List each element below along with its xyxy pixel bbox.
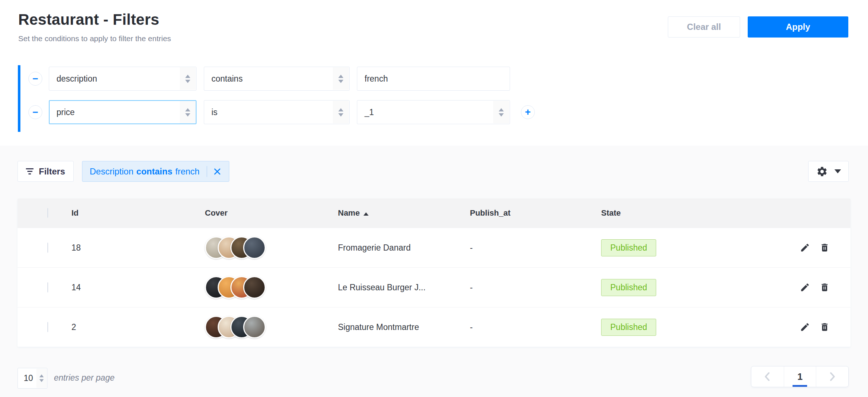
cell-id: 2 <box>71 322 205 332</box>
filter-value-text: _1 <box>365 107 374 117</box>
row-checkbox[interactable] <box>47 282 48 292</box>
filter-row: − description contains <box>28 67 510 91</box>
cell-name: Signature Montmartre <box>338 322 470 332</box>
list-toolbar: Filters Description contains french <box>17 161 849 182</box>
chevron-down-icon <box>834 169 841 173</box>
current-page: 1 <box>797 371 802 382</box>
pencil-icon <box>800 322 810 332</box>
filter-field-select[interactable]: description <box>49 67 196 91</box>
table-row[interactable]: 14 Le Ruisseau Burger J... - Published <box>17 267 851 307</box>
tag-divider <box>207 166 207 177</box>
filter-group-bar <box>18 65 20 132</box>
table-settings-button[interactable] <box>808 161 849 182</box>
table-header-row: Id Cover Name Publish_at State <box>17 198 851 228</box>
remove-filter-button[interactable]: − <box>28 72 42 86</box>
delete-button[interactable] <box>819 242 830 253</box>
filter-field-select[interactable]: price <box>49 100 196 124</box>
entries-table: Id Cover Name Publish_at State 18 Fromag… <box>17 198 851 347</box>
chevron-right-icon <box>828 371 836 382</box>
previous-page-button[interactable] <box>751 366 784 387</box>
pagination: 1 <box>751 366 849 387</box>
filters-button-label: Filters <box>39 166 65 177</box>
chevron-left-icon <box>763 371 771 382</box>
column-header-name[interactable]: Name <box>338 208 470 218</box>
cell-id: 14 <box>71 283 205 292</box>
cell-cover <box>205 316 338 338</box>
filters-panel: Restaurant - Filters Set the conditions … <box>0 0 868 146</box>
select-stepper-icon <box>180 67 196 90</box>
cell-name: Le Ruisseau Burger J... <box>338 283 470 292</box>
select-stepper-icon <box>333 67 349 90</box>
cover-image <box>243 316 266 338</box>
cell-cover <box>205 236 338 259</box>
filter-value-select[interactable]: _1 <box>357 100 510 124</box>
page-size-value: 10 <box>24 373 33 383</box>
tag-field: Description <box>90 166 133 177</box>
select-stepper-icon <box>180 101 196 123</box>
column-header-cover[interactable]: Cover <box>205 208 338 218</box>
row-checkbox[interactable] <box>47 322 48 332</box>
entries-per-page-label: entries per page <box>54 373 114 383</box>
cell-name: Fromagerie Danard <box>338 243 470 253</box>
page-subtitle: Set the conditions to apply to filter th… <box>18 34 171 43</box>
trash-icon <box>820 282 830 292</box>
next-page-button[interactable] <box>816 366 848 387</box>
filters-button[interactable]: Filters <box>17 161 74 182</box>
row-checkbox[interactable] <box>47 243 48 253</box>
active-page-indicator <box>793 385 807 387</box>
trash-icon <box>820 322 830 332</box>
sort-asc-icon <box>363 212 369 216</box>
select-stepper-icon <box>36 369 47 388</box>
cover-image <box>243 276 266 299</box>
active-filter-tag: Description contains french <box>82 161 229 182</box>
status-badge: Published <box>601 319 656 336</box>
cell-publish-at: - <box>470 283 601 292</box>
table-row[interactable]: 18 Fromagerie Danard - Published <box>17 228 851 267</box>
column-header-publish-at[interactable]: Publish_at <box>470 208 601 218</box>
filter-field-value: description <box>57 74 97 84</box>
page-title: Restaurant - Filters <box>18 11 159 28</box>
clear-all-button[interactable]: Clear all <box>668 16 740 38</box>
edit-button[interactable] <box>799 322 810 333</box>
tag-value: french <box>175 166 200 177</box>
pencil-icon <box>800 282 810 292</box>
cell-cover <box>205 276 338 299</box>
page-size-select[interactable]: 10 <box>17 368 47 389</box>
remove-filter-button[interactable]: − <box>28 105 42 119</box>
status-badge: Published <box>601 279 656 296</box>
add-filter-button[interactable]: + <box>521 105 535 119</box>
gear-icon <box>816 166 828 177</box>
remove-tag-icon[interactable] <box>213 167 222 176</box>
filter-value-input[interactable] <box>357 67 510 91</box>
filter-operator-value: is <box>211 107 218 117</box>
edit-button[interactable] <box>799 282 810 293</box>
edit-button[interactable] <box>799 242 810 253</box>
plus-icon: + <box>525 107 531 117</box>
cover-image <box>243 236 266 259</box>
pencil-icon <box>800 243 810 253</box>
filter-operator-select[interactable]: is <box>204 100 350 124</box>
trash-icon <box>820 243 830 253</box>
column-header-id[interactable]: Id <box>71 208 205 218</box>
apply-button[interactable]: Apply <box>748 16 848 38</box>
header-actions: Clear all Apply <box>668 16 848 38</box>
filter-operator-select[interactable]: contains <box>204 67 350 91</box>
filter-field-value: price <box>57 107 75 117</box>
cell-publish-at: - <box>470 322 601 332</box>
cell-publish-at: - <box>470 243 601 253</box>
filter-row: − price is _1 + <box>28 100 535 124</box>
tag-operator: contains <box>136 166 172 177</box>
select-stepper-icon <box>333 101 349 123</box>
page-number-button[interactable]: 1 <box>784 366 816 387</box>
table-row[interactable]: 2 Signature Montmartre - Published <box>17 307 851 347</box>
delete-button[interactable] <box>819 282 830 293</box>
select-all-checkbox[interactable] <box>47 208 48 218</box>
status-badge: Published <box>601 239 656 256</box>
cell-id: 18 <box>71 243 205 253</box>
column-header-state[interactable]: State <box>601 208 783 218</box>
select-stepper-icon <box>493 101 509 123</box>
list-view: Filters Description contains french Id C… <box>0 146 868 397</box>
filter-operator-value: contains <box>211 74 243 84</box>
minus-icon: − <box>32 107 38 117</box>
delete-button[interactable] <box>819 322 830 333</box>
